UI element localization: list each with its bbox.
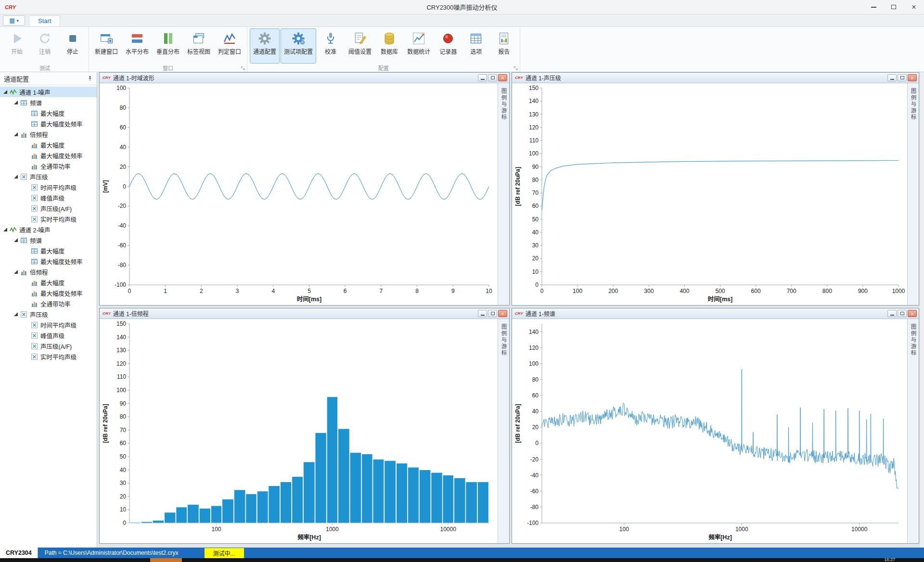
time-waveform-chart[interactable]: -100-80-60-40-20020406080100012345678910… (100, 83, 498, 305)
ribbon-button-new-window[interactable]: 新建窗口 (91, 28, 121, 64)
tree-item[interactable]: 实时平均声级 (0, 214, 97, 224)
svg-text:130: 130 (529, 111, 539, 118)
app-menu-button[interactable]: ▦ ▾ (3, 15, 25, 26)
tree-item[interactable]: 频谱 (0, 97, 97, 108)
legend-cursor-tab[interactable]: 图例与游标 (907, 319, 919, 543)
ribbon-button-channel-config[interactable]: 通道配置 (250, 28, 280, 64)
ribbon-button-label: 数据库 (381, 47, 398, 55)
tree-item[interactable]: 时间平均声级 (0, 182, 97, 192)
sound-pressure-level-chart[interactable]: 0102030405060708090100110120130140150010… (512, 83, 907, 305)
clock[interactable]: 16:27 (884, 558, 895, 562)
legend-cursor-tab[interactable]: 图例与游标 (907, 83, 919, 305)
ribbon-button-label: 数据统计 (407, 47, 430, 55)
tree-item[interactable]: 声压级 (0, 309, 97, 319)
ribbon-button-threshold-settings[interactable]: 阈值设置 (345, 28, 375, 64)
ribbon-button-stop[interactable]: 停止 (59, 28, 86, 64)
spectrum-chart[interactable]: -100-80-60-40-20020406080100120140100100… (512, 319, 907, 543)
ribbon-button-database[interactable]: 数据库 (376, 28, 403, 64)
ribbon-button-start[interactable]: 开始 (3, 28, 30, 64)
dialog-launcher-icon[interactable] (513, 66, 518, 71)
panel-maximize-button[interactable] (898, 310, 907, 317)
ribbon-button-calibration[interactable]: 校准 (317, 28, 344, 64)
svg-text:2: 2 (200, 288, 203, 294)
legend-cursor-tab[interactable]: 图例与游标 (498, 319, 509, 543)
tree-item[interactable]: 最大幅度 (0, 108, 97, 118)
tree-item-label: 最大幅度 (40, 140, 64, 150)
tree-expander-icon[interactable] (3, 227, 9, 232)
panel-title-bar[interactable]: CRY通道 1-倍频程× (100, 308, 509, 319)
tree-item[interactable]: 峰值声级 (0, 192, 97, 203)
tree-expander-icon[interactable] (13, 132, 20, 137)
tree-item[interactable]: 倍频程 (0, 267, 97, 277)
tree-item[interactable]: 倍频程 (0, 129, 97, 140)
ribbon-button-recorder[interactable]: 记录器 (435, 28, 462, 64)
tree-item[interactable]: 声压级 (0, 171, 97, 182)
window-maximize-button[interactable] (884, 0, 904, 14)
window-close-button[interactable]: × (904, 0, 924, 14)
taskbar-app-indicator[interactable] (150, 558, 182, 562)
tab-start[interactable]: Start (29, 15, 60, 26)
ribbon-button-report[interactable]: 报告 (490, 28, 517, 64)
panel-close-button[interactable]: × (908, 310, 917, 317)
panel-minimize-button[interactable] (887, 310, 897, 317)
tree-item[interactable]: 通道 1-噪声 (0, 87, 97, 97)
tree-item[interactable]: 最大幅度 (0, 140, 97, 150)
tree-expander-icon[interactable] (3, 89, 9, 94)
tree-item[interactable]: 实时平均声级 (0, 351, 97, 362)
tree-item[interactable]: 最大幅度处频率 (0, 256, 97, 267)
svg-text:-100: -100 (115, 281, 126, 288)
tree-item[interactable]: 频谱 (0, 235, 97, 245)
ribbon-button-judge-window[interactable]: 判定窗口 (215, 28, 244, 64)
ribbon-group-label-row: 测试 (1, 64, 89, 72)
tree-item[interactable]: 最大幅度处频率 (0, 150, 97, 161)
panel-minimize-button[interactable] (478, 310, 487, 317)
tree-item[interactable]: 通道 2-噪声 (0, 224, 97, 235)
tree-expander-icon[interactable] (13, 269, 20, 274)
tree-item[interactable]: 全通带功率 (0, 161, 97, 171)
tree-expander-icon[interactable] (13, 238, 20, 243)
maximize-icon (891, 5, 896, 9)
panel-title-bar[interactable]: CRY通道 1-时域波形× (100, 73, 509, 83)
ribbon-button-label: 记录器 (439, 47, 457, 55)
svg-text:-20: -20 (530, 456, 539, 463)
panel-minimize-button[interactable] (887, 74, 897, 81)
ribbon-button-logout[interactable]: 注销 (31, 28, 58, 64)
dialog-launcher-icon[interactable] (241, 66, 245, 71)
tree-item[interactable]: 最大幅度处频率 (0, 118, 97, 129)
svg-text:3: 3 (236, 288, 239, 294)
svg-text:100: 100 (529, 360, 539, 367)
tree-expander-icon[interactable] (13, 312, 20, 317)
svg-text:140: 140 (529, 329, 539, 335)
tree-expander-icon[interactable] (13, 100, 20, 105)
legend-cursor-tab[interactable]: 图例与游标 (498, 83, 509, 305)
tree-item[interactable]: 最大幅度 (0, 277, 97, 288)
panel-close-button[interactable]: × (498, 310, 507, 317)
tree-expander-icon[interactable] (13, 174, 20, 179)
panel-maximize-button[interactable] (898, 74, 907, 81)
pin-icon[interactable] (87, 76, 93, 81)
panel-title-bar[interactable]: CRY通道 1-声压级× (512, 73, 919, 83)
ribbon-button-tab-view[interactable]: 标签视图 (184, 28, 214, 64)
ribbon-button-horizontal-layout[interactable]: 水平分布 (122, 28, 152, 64)
panel-minimize-button[interactable] (478, 74, 487, 81)
panel-maximize-button[interactable] (488, 74, 497, 81)
svg-text:100: 100 (116, 85, 126, 91)
ribbon-button-data-statistics[interactable]: 数据统计 (404, 28, 434, 64)
ribbon-button-options[interactable]: 选项 (462, 28, 489, 64)
tree-item[interactable]: 最大幅度 (0, 245, 97, 256)
tree-item[interactable]: 峰值声级 (0, 330, 97, 341)
panel-title-bar[interactable]: CRY通道 1-频谱× (512, 308, 919, 319)
tree-item[interactable]: 最大幅度处频率 (0, 288, 97, 298)
tree-item[interactable]: 全通带功率 (0, 298, 97, 309)
ribbon-buttons-row: 新建窗口水平分布垂直分布标签视图判定窗口 (89, 27, 247, 64)
panel-close-button[interactable]: × (498, 74, 507, 81)
octave-chart[interactable]: 0102030405060708090100110120130140150100… (100, 319, 498, 543)
ribbon-button-test-item-config[interactable]: 测试项配置 (281, 28, 316, 64)
panel-maximize-button[interactable] (488, 310, 497, 317)
window-minimize-button[interactable] (863, 0, 884, 14)
tree-item[interactable]: 声压级(A/F) (0, 341, 97, 351)
tree-item[interactable]: 声压级(A/F) (0, 203, 97, 214)
panel-close-button[interactable]: × (908, 74, 917, 81)
tree-item[interactable]: 时间平均声级 (0, 319, 97, 330)
ribbon-button-vertical-layout[interactable]: 垂直分布 (153, 28, 183, 64)
